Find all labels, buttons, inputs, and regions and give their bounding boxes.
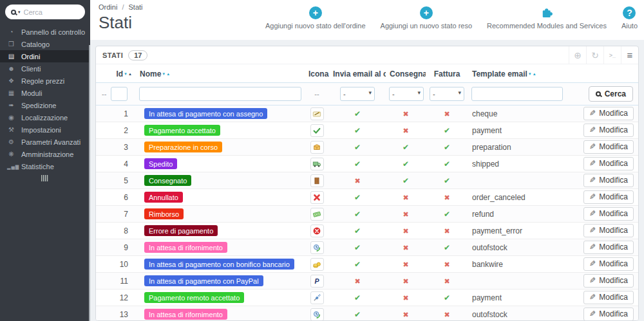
edit-button[interactable]: Modifica — [583, 307, 634, 321]
invoice-filter-select[interactable]: - — [430, 87, 464, 101]
refresh-icon[interactable] — [586, 46, 603, 64]
edit-button[interactable]: Modifica — [583, 291, 634, 304]
sort-asc-icon[interactable] — [166, 72, 170, 76]
breadcrumb-separator: / — [119, 3, 126, 11]
cross-mark-icon — [402, 277, 408, 286]
edit-button[interactable]: Modifica — [583, 174, 634, 187]
search-button[interactable]: Cerca — [589, 86, 633, 102]
sidebar-item-advanced-parameters[interactable]: Parametri Avanzati — [0, 136, 90, 148]
sidebar-item-preferences[interactable]: Impostazioni — [0, 124, 90, 136]
template-filter-input[interactable] — [471, 87, 563, 101]
actions-cell: Modifica — [566, 273, 638, 289]
edit-button[interactable]: Modifica — [583, 157, 634, 170]
sidebar-item-dashboard[interactable]: Pannello di controllo — [0, 26, 90, 38]
sort-asc-icon[interactable] — [533, 72, 536, 76]
preferences-icon — [7, 126, 15, 133]
sidebar-item-customers[interactable]: Clienti — [0, 62, 90, 75]
chevron-down-icon[interactable]: ▾ — [18, 10, 21, 15]
cheque-icon — [310, 107, 324, 120]
delivery-cell — [386, 122, 426, 139]
sort-desc-icon[interactable] — [528, 72, 532, 76]
edit-label: Modifica — [599, 159, 628, 168]
check-icon — [310, 124, 324, 137]
email-filter-select[interactable]: - — [340, 87, 375, 101]
sidebar-item-modules[interactable]: Moduli — [0, 87, 90, 99]
table-row: 4 Spedito shipped Modifica — [96, 156, 638, 172]
sort-desc-icon[interactable] — [162, 72, 166, 76]
column-header-template-email[interactable]: Template email — [468, 64, 566, 83]
cross-mark-icon — [354, 176, 360, 185]
edit-label: Modifica — [599, 243, 628, 252]
add-order-status-button[interactable]: + Aggiungi nuovo stato dell'ordine — [265, 6, 366, 30]
edit-button[interactable]: Modifica — [583, 190, 634, 204]
id-filter-input[interactable] — [111, 87, 128, 101]
sort-desc-icon[interactable] — [124, 72, 128, 76]
column-header-id[interactable]: Id — [96, 64, 136, 83]
actions-cell: Modifica — [566, 122, 638, 139]
table-row: 9 In attesa di rifornimento outofstock M… — [96, 239, 638, 256]
cross-mark-icon — [444, 193, 450, 202]
sidebar-item-stats[interactable]: Statistiche — [0, 160, 90, 172]
table-row: 12 Pagamento remoto accettato payment Mo… — [96, 289, 638, 306]
invoice-cell — [426, 156, 468, 172]
search-input[interactable] — [24, 8, 69, 16]
recommended-modules-button[interactable]: Recommended Modules and Services — [487, 6, 607, 30]
check-mark-icon — [444, 143, 450, 152]
actions-cell: Modifica — [566, 256, 638, 273]
sidebar-item-orders[interactable]: Ordini — [0, 50, 90, 62]
collapse-menu-icon[interactable] — [41, 175, 48, 181]
edit-label: Modifica — [599, 293, 628, 302]
page-header: Ordini / Stati Stati + Aggiungi nuovo st… — [90, 0, 644, 40]
sidebar-item-localization[interactable]: Localizzazione — [0, 111, 90, 124]
table-row: 3 Preparazione in corso preparation Modi… — [96, 139, 638, 156]
table-row: 1 In attesa di pagamento con assegno che… — [96, 105, 638, 122]
edit-button[interactable]: Modifica — [583, 257, 634, 271]
customers-icon — [7, 65, 15, 72]
edit-button[interactable]: Modifica — [583, 140, 634, 154]
edit-button[interactable]: Modifica — [583, 124, 634, 137]
sort-asc-icon[interactable] — [128, 72, 132, 76]
add-return-status-button[interactable]: + Aggiungi un nuovo stato reso — [381, 6, 473, 30]
sidebar-item-price-rules[interactable]: Regole prezzi — [0, 75, 90, 87]
help-button[interactable]: ? Aiuto — [621, 6, 638, 30]
invoice-cell — [426, 206, 468, 223]
edit-button[interactable]: Modifica — [583, 274, 634, 288]
edit-button[interactable]: Modifica — [583, 207, 634, 221]
database-icon[interactable] — [621, 46, 638, 64]
actions-cell: Modifica — [566, 172, 638, 189]
status-badge: Rimborso — [144, 208, 184, 219]
edit-label: Modifica — [599, 209, 628, 218]
actions-cell: Modifica — [566, 105, 638, 122]
email-template: payment_error — [468, 223, 566, 239]
status-name-cell: In attesa di rifornimento — [136, 306, 305, 321]
terminal-icon[interactable] — [603, 46, 621, 64]
edit-button[interactable]: Modifica — [583, 224, 634, 237]
breadcrumb-parent[interactable]: Ordini — [99, 3, 117, 11]
status-badge: In attesa di pagamento con assegno — [144, 108, 267, 119]
actions-cell: Modifica — [566, 189, 638, 206]
invoice-cell — [426, 172, 468, 189]
sidebar-item-label: Localizzazione — [21, 114, 68, 122]
delivery-cell — [386, 156, 426, 172]
edit-label: Modifica — [599, 142, 628, 151]
sidebar-item-label: Moduli — [21, 89, 42, 97]
delivery-filter-select[interactable]: - — [389, 87, 424, 101]
email-template — [468, 273, 566, 289]
edit-button[interactable]: Modifica — [583, 107, 634, 120]
sidebar-item-label: Parametri Avanzati — [21, 138, 80, 146]
plus-circle-icon[interactable] — [569, 46, 586, 64]
edit-button[interactable]: Modifica — [583, 241, 634, 254]
sidebar-item-shipping[interactable]: Spedizione — [0, 99, 90, 111]
email-template: cheque — [468, 105, 566, 122]
cross-mark-icon — [444, 310, 450, 319]
edit-label: Modifica — [599, 109, 628, 118]
delivery-cell — [386, 105, 426, 122]
column-header-fattura: Fattura — [426, 64, 468, 83]
sidebar-scrollbar[interactable] — [89, 45, 90, 321]
sidebar-item-administration[interactable]: Amministrazione — [0, 148, 90, 160]
status-id: 3 — [96, 139, 136, 156]
column-header-nome[interactable]: Nome — [136, 64, 305, 83]
name-filter-input[interactable] — [139, 87, 301, 101]
sidebar-item-catalog[interactable]: Catalogo — [0, 38, 90, 50]
invoice-cell — [426, 105, 468, 122]
